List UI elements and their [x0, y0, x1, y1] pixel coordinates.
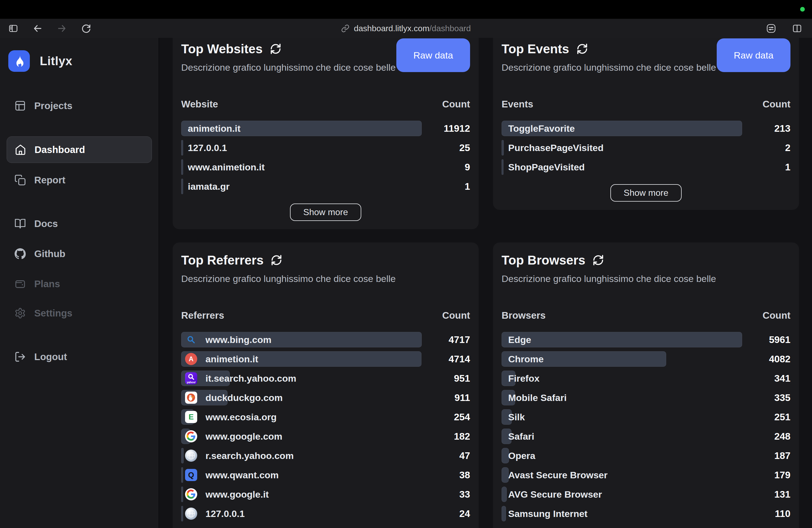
count-label: Count	[763, 310, 791, 321]
table-row: Mobile Safari335	[502, 390, 791, 406]
sidebar-item-logout[interactable]: Logout	[6, 348, 152, 366]
card-description: Descrizione grafico lunghissimo che dice…	[181, 61, 396, 74]
count-bar	[181, 179, 183, 194]
row-count: 335	[774, 392, 791, 403]
sidebar-item-projects[interactable]: Projects	[6, 97, 152, 115]
table-row: Opera187	[502, 448, 791, 464]
table-row: ShopPageVisited1	[502, 159, 791, 175]
table-row: yahoo/it.search.yahoo.com951	[181, 371, 470, 386]
row-label: animetion.it	[188, 123, 241, 134]
row-count: 2	[785, 142, 791, 153]
row-label: www.bing.com	[205, 334, 272, 345]
show-more-button[interactable]: Show more	[290, 204, 361, 221]
show-more-button[interactable]: Show more	[610, 184, 682, 202]
docs-icon	[14, 218, 26, 230]
logout-icon	[14, 351, 26, 363]
count-bar	[181, 140, 183, 156]
sidebar-item-label: Settings	[34, 308, 72, 319]
row-label: duckduckgo.com	[205, 392, 283, 403]
row-count: 110	[775, 508, 791, 519]
refresh-icon[interactable]	[592, 254, 604, 266]
row-count: 187	[774, 450, 791, 461]
row-label: www.ecosia.org	[205, 412, 277, 423]
row-count: 5961	[769, 334, 791, 345]
table-row: Aanimetion.it4714	[181, 351, 470, 367]
table-row: r.search.yahoo.com47	[181, 448, 470, 464]
raw-data-button[interactable]: Raw data	[717, 39, 791, 72]
count-bar	[502, 506, 506, 522]
table-rows: ToggleFavorite213PurchasePageVisited2Sho…	[502, 121, 791, 175]
reload-icon[interactable]	[79, 22, 93, 35]
refresh-icon[interactable]	[576, 43, 588, 55]
row-count: 251	[774, 411, 791, 423]
link-icon	[341, 24, 349, 33]
table-header: Events Count	[502, 99, 791, 109]
sidebar-item-label: Plans	[34, 278, 60, 289]
table-row: Samsung Internet110	[502, 506, 791, 522]
split-view-icon[interactable]	[791, 22, 804, 35]
row-count: 25	[459, 142, 470, 153]
column-label: Browsers	[502, 310, 546, 321]
sidebar-item-github[interactable]: Github	[6, 245, 152, 263]
row-count: 38	[459, 469, 470, 481]
table-rows: www.bing.com4717Aanimetion.it4714yahoo/i…	[181, 332, 470, 522]
row-label: Avast Secure Browser	[508, 470, 608, 481]
count-bar	[181, 467, 183, 483]
row-label: Chrome	[508, 354, 543, 365]
table-rows: animetion.it11912127.0.0.125www.animetio…	[181, 121, 470, 194]
row-label: Silk	[508, 412, 525, 423]
card-top-events: Top Events Raw data Descrizione grafico …	[493, 38, 799, 210]
row-label: 127.0.0.1	[188, 143, 227, 153]
column-label: Events	[502, 99, 533, 109]
table-row: PurchasePageVisited2	[502, 140, 791, 156]
raw-data-button[interactable]: Raw data	[396, 39, 470, 72]
litlyx-logo-icon	[8, 50, 30, 72]
brand-name: Litlyx	[40, 54, 72, 68]
card-description: Descrizione grafico lunghissimo che dice…	[502, 272, 791, 285]
row-count: 4082	[769, 353, 791, 365]
refresh-icon[interactable]	[270, 43, 281, 55]
sidebar-item-docs[interactable]: Docs	[6, 215, 152, 233]
report-icon	[14, 174, 26, 186]
browser-toolbar: dashboard.litlyx.com/dashboard	[0, 19, 812, 38]
page-settings-icon[interactable]	[765, 22, 778, 35]
row-count: 1	[465, 181, 470, 192]
row-label: www.google.com	[205, 431, 282, 442]
table-header: Website Count	[181, 99, 470, 109]
table-row: animetion.it11912	[181, 121, 470, 136]
macos-menubar	[0, 0, 812, 19]
table-row: Qwww.qwant.com38	[181, 467, 470, 483]
count-bar	[502, 140, 504, 156]
sidebar-item-settings[interactable]: Settings	[6, 304, 152, 322]
count-label: Count	[442, 99, 470, 109]
address-bar[interactable]: dashboard.litlyx.com/dashboard	[341, 24, 471, 33]
sidebar-item-dashboard[interactable]: Dashboard	[6, 136, 152, 163]
table-rows: Edge5961Chrome4082Firefox341Mobile Safar…	[502, 332, 791, 522]
duckduckgo-favicon-icon	[185, 392, 197, 404]
row-count: 1	[785, 162, 791, 173]
row-label: iamata.gr	[188, 181, 230, 192]
forward-icon[interactable]	[55, 22, 69, 35]
card-title: Top Events	[502, 41, 569, 57]
card-description: Descrizione grafico lunghissimo che dice…	[181, 272, 470, 285]
sidebar-item-label: Github	[34, 248, 66, 259]
sidebar: Litlyx ProjectsDashboardReportDocsGithub…	[0, 38, 159, 528]
table-row: Firefox341	[502, 371, 791, 386]
column-label: Website	[181, 99, 218, 109]
sidebar-item-report[interactable]: Report	[6, 171, 152, 189]
yahoo-favicon-icon: yahoo/	[185, 372, 197, 384]
count-bar	[181, 487, 183, 502]
dashboard-grid: Top Websites Raw data Descrizione grafic…	[159, 38, 812, 528]
row-label: Safari	[508, 431, 534, 442]
sidebar-item-plans[interactable]: Plans	[6, 275, 152, 293]
url-text: dashboard.litlyx.com/dashboard	[354, 24, 471, 33]
row-count: 951	[454, 373, 470, 384]
back-icon[interactable]	[31, 22, 44, 35]
table-row: 127.0.0.125	[181, 140, 470, 156]
refresh-icon[interactable]	[271, 254, 282, 266]
table-row: ToggleFavorite213	[502, 121, 791, 136]
row-count: 254	[454, 411, 470, 423]
table-row: www.google.com182	[181, 429, 470, 444]
table-row: Safari248	[502, 429, 791, 444]
sidebar-toggle-icon[interactable]	[6, 22, 20, 35]
